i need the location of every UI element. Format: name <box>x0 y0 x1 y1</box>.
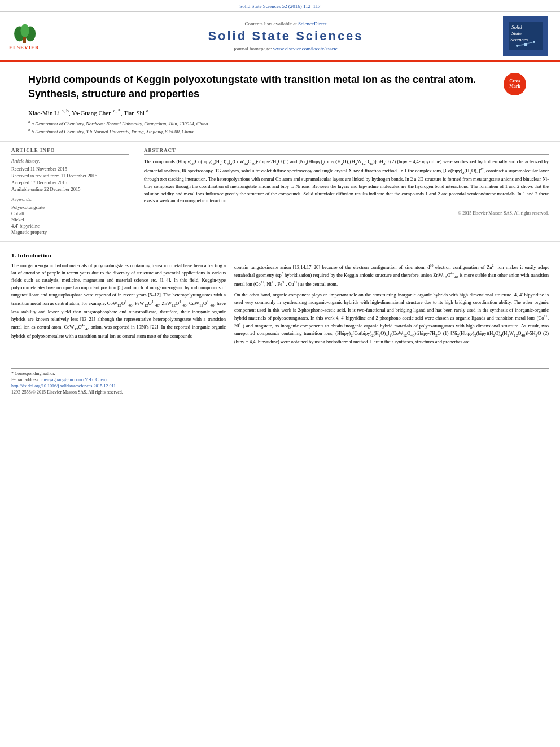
issn-copyright: 1293-2558/© 2015 Elsevier Masson SAS. Al… <box>11 390 549 395</box>
doi-link[interactable]: http://dx.doi.org/10.1016/j.solidstatesc… <box>11 383 549 388</box>
elsevier-tree-icon <box>9 22 43 43</box>
contents-line: Contents lists available at ScienceDirec… <box>77 21 495 27</box>
received-date: Received 11 November 2015 <box>11 166 129 172</box>
article-info-abstract-section: ARTICLE INFO Article history: Received 1… <box>0 142 560 242</box>
header-section: ELSEVIER Contents lists available at Sci… <box>0 12 560 62</box>
page-wrapper: Solid State Sciences 52 (2016) 112–117 E… <box>0 0 560 399</box>
intro-paragraph-1: The inorganic-organic hybrid materials o… <box>11 262 226 340</box>
affiliation-b: b b Department of Chemistry, Yili Normal… <box>28 128 498 134</box>
abstract-column: ABSTRACT The compounds (Hbipy)2[Co(bipy)… <box>144 147 549 235</box>
author-3: Tian Shi a <box>124 110 148 116</box>
crossmark-badge: Cross Mark <box>504 73 526 95</box>
introduction-title: 1. Introduction <box>11 252 226 259</box>
svg-text:Sciences: Sciences <box>510 37 528 42</box>
svg-text:Solid: Solid <box>511 24 522 30</box>
svg-point-3 <box>21 24 29 37</box>
elsevier-logo: ELSEVIER <box>9 21 71 52</box>
corresponding-note: * Corresponding author. <box>11 371 549 376</box>
abstract-text: The compounds (Hbipy)2[Co(bipy)2(H2O)4]2… <box>144 158 549 204</box>
sss-logo: Solid State Sciences <box>503 16 548 56</box>
body-right-column: contain tungstozincate anion [13,14,17–2… <box>234 247 549 350</box>
homepage-link[interactable]: www.elsevier.com/locate/ssscie <box>273 46 338 51</box>
article-history-label: Article history: <box>11 158 129 164</box>
svg-text:State: State <box>511 30 522 36</box>
email-note: E-mail address: chenyaguang@nn.com (Y.-G… <box>11 377 549 382</box>
elsevier-logo-container: ELSEVIER <box>9 21 71 52</box>
authors-line: Xiao-Min Li a, b, Ya-Guang Chen a, *, Ti… <box>28 108 498 116</box>
affiliation-a: a a Department of Chemistry, Northeast N… <box>28 120 498 126</box>
article-title-section: Hybrid compounds of Keggin polyoxotungst… <box>0 62 560 142</box>
keyword-1: Polyoxotungstate <box>11 204 129 210</box>
article-main-title: Hybrid compounds of Keggin polyoxotungst… <box>28 73 498 101</box>
author-2: Ya-Guang Chen a, * <box>72 110 121 116</box>
sss-logo-container: Solid State Sciences <box>500 16 551 56</box>
crossmark-icon: Cross Mark <box>504 72 526 95</box>
abstract-header: ABSTRACT <box>144 147 549 155</box>
svg-rect-4 <box>23 37 26 43</box>
journal-citation: Solid State Sciences 52 (2016) 112–117 <box>239 3 321 9</box>
available-date: Available online 22 December 2015 <box>11 186 129 192</box>
article-info-header: ARTICLE INFO <box>11 147 129 155</box>
author-email: chenyaguang@nn.com (Y.-G. Chen). <box>41 377 108 382</box>
svg-text:Cross: Cross <box>509 78 520 84</box>
copyright-line: © 2015 Elsevier Masson SAS. All rights r… <box>144 208 549 216</box>
journal-title: Solid State Sciences <box>77 29 495 43</box>
intro-paragraph-3: On the other hand, organic component pla… <box>234 291 549 346</box>
keywords-label: Keywords: <box>11 196 129 202</box>
article-info-column: ARTICLE INFO Article history: Received 1… <box>11 147 135 235</box>
intro-paragraph-2: contain tungstozincate anion [13,14,17–2… <box>234 263 549 288</box>
keyword-5: Magnetic property <box>11 229 129 235</box>
main-body: 1. Introduction The inorganic-organic hy… <box>0 242 560 355</box>
keyword-2: Cobalt <box>11 211 129 216</box>
keyword-4: 4,4'-bipyridine <box>11 223 129 229</box>
body-left-column: 1. Introduction The inorganic-organic hy… <box>11 247 226 350</box>
footer-divider <box>11 368 549 369</box>
journal-top-bar: Solid State Sciences 52 (2016) 112–117 <box>0 0 560 12</box>
header-center: Contents lists available at ScienceDirec… <box>77 21 495 51</box>
received-revised-date: Received in revised form 11 December 201… <box>11 173 129 178</box>
elsevier-text-label: ELSEVIER <box>9 45 40 50</box>
accepted-date: Accepted 17 December 2015 <box>11 180 129 185</box>
keyword-3: Nickel <box>11 217 129 222</box>
homepage-line: journal homepage: www.elsevier.com/locat… <box>77 46 495 51</box>
sciencedirect-link[interactable]: ScienceDirect <box>298 21 326 27</box>
svg-text:Mark: Mark <box>509 84 520 89</box>
sss-logo-icon: Solid State Sciences <box>509 22 542 50</box>
page-footer: * Corresponding author. E-mail address: … <box>0 361 560 399</box>
author-1: Xiao-Min Li a, b <box>28 110 69 116</box>
